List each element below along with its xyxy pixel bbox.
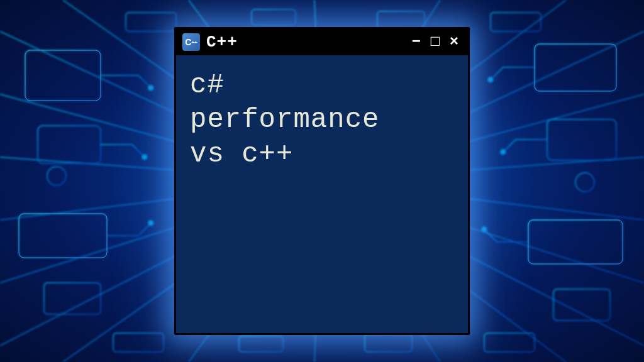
svg-rect-10 [126, 13, 176, 31]
svg-point-19 [142, 155, 147, 160]
svg-rect-24 [25, 50, 101, 101]
svg-rect-0 [25, 50, 101, 101]
svg-point-20 [148, 221, 153, 226]
svg-point-22 [501, 150, 506, 155]
minimize-button[interactable]: − [409, 35, 424, 50]
svg-rect-9 [553, 289, 610, 321]
window-controls: − □ × [409, 35, 462, 50]
close-button[interactable]: × [447, 35, 462, 50]
svg-rect-26 [19, 214, 107, 258]
svg-rect-16 [365, 334, 412, 352]
svg-rect-1 [38, 126, 101, 163]
svg-point-2 [47, 167, 66, 185]
svg-rect-6 [547, 119, 616, 160]
cpp-icon-label: C++ [185, 37, 197, 47]
terminal-content: c# performance vs c++ [176, 55, 468, 333]
svg-rect-27 [528, 220, 623, 264]
window-title: C++ [206, 33, 402, 52]
terminal-window: C++ C++ − □ × c# performance vs c++ [174, 27, 470, 335]
svg-rect-13 [491, 13, 541, 31]
svg-rect-25 [535, 44, 616, 91]
svg-point-18 [148, 85, 153, 90]
svg-point-21 [488, 77, 493, 82]
svg-rect-11 [252, 9, 296, 25]
svg-rect-8 [528, 220, 623, 264]
svg-rect-14 [113, 333, 164, 352]
svg-rect-15 [239, 336, 283, 352]
cpp-icon: C++ [182, 33, 200, 51]
svg-point-23 [482, 227, 487, 232]
svg-rect-12 [377, 11, 425, 29]
titlebar[interactable]: C++ C++ − □ × [176, 29, 468, 55]
svg-rect-17 [484, 333, 535, 352]
maximize-button[interactable]: □ [428, 35, 443, 50]
svg-rect-3 [19, 214, 107, 258]
svg-point-7 [575, 173, 594, 192]
svg-rect-5 [535, 44, 616, 91]
